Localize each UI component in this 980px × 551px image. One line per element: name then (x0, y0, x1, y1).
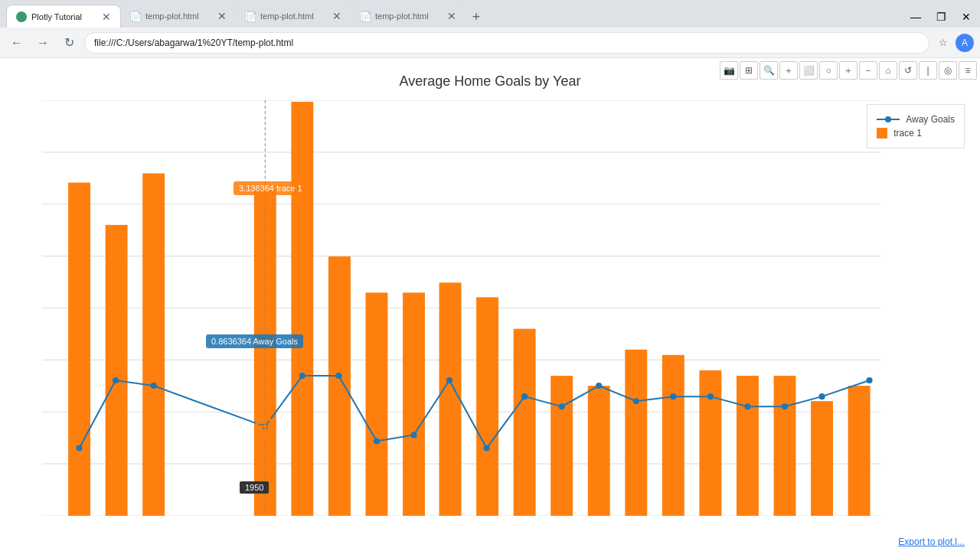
new-tab-button[interactable]: + (466, 6, 487, 28)
navigation-bar: ← → ↻ file:///C:/Users/abagarwa/1%20YT/t… (0, 28, 980, 58)
bar-1958[interactable] (328, 256, 351, 516)
bar-2006[interactable] (774, 376, 796, 516)
export-link[interactable]: Export to plot.l... (898, 534, 965, 548)
tooltip-away: 0.8636364 Away Goals (206, 334, 303, 348)
zoom-out-icon[interactable]: － (859, 61, 877, 80)
back-button[interactable]: ← (6, 32, 28, 54)
bar-2010[interactable] (811, 401, 833, 516)
chart-plot-area[interactable]: 0 0.5 1 1.5 2 2.5 3 3.5 4 1930 1940 1950… (42, 100, 880, 516)
crosshair-year-label: 1950 (240, 481, 269, 494)
tab-label: temp-plot.html (375, 11, 443, 21)
tab-close-icon[interactable]: ✕ (447, 10, 456, 22)
camera-icon[interactable]: 📷 (720, 61, 738, 80)
bar-1990[interactable] (625, 350, 647, 516)
svg-point-40 (633, 398, 639, 404)
tab-close-icon[interactable]: ✕ (217, 10, 227, 22)
tooltip-trace1-label: trace 1 (276, 184, 302, 193)
svg-point-36 (483, 445, 489, 451)
away-goals-line-icon (877, 119, 900, 120)
svg-point-45 (818, 393, 825, 399)
doc-favicon: 📄 (130, 11, 141, 21)
plotly-toolbar: 📷 ⊞ 🔍 ＋ ⬜ ○ ＋ － ⌂ ↺ | ◎ ≡ (720, 61, 977, 80)
doc-favicon: 📄 (360, 11, 371, 21)
plus-icon[interactable]: ＋ (779, 61, 798, 80)
tab-temp3[interactable]: 📄 temp-plot.html ✕ (351, 5, 466, 28)
legend-item-away[interactable]: Away Goals (877, 114, 955, 125)
svg-point-42 (707, 393, 714, 399)
autoscale-icon[interactable]: ⌂ (879, 61, 897, 80)
svg-point-41 (670, 393, 676, 399)
tab-temp2[interactable]: 📄 temp-plot.html ✕ (236, 5, 351, 28)
svg-point-39 (596, 383, 602, 389)
tab-close-icon[interactable]: ✕ (332, 10, 341, 22)
bar-1966[interactable] (403, 292, 425, 516)
select-box-icon[interactable]: ⬜ (799, 61, 818, 80)
bar-1938[interactable] (142, 174, 165, 516)
trace1-legend-label: trace 1 (893, 128, 922, 139)
tab-bar: Plotly Tutorial ✕ 📄 temp-plot.html ✕ 📄 t… (0, 0, 980, 28)
tab-label: Plotly Tutorial (31, 12, 97, 21)
toggle-spike-lines[interactable]: | (919, 61, 937, 80)
zoom-icon[interactable]: 🔍 (760, 61, 778, 80)
window-close-button[interactable]: ✕ (956, 9, 977, 24)
bar-1986[interactable] (588, 386, 610, 516)
svg-point-34 (410, 432, 416, 438)
tooltip-away-label: Away Goals (253, 337, 298, 346)
refresh-button[interactable]: ↻ (58, 32, 80, 54)
chart-container: 📷 ⊞ 🔍 ＋ ⬜ ○ ＋ － ⌂ ↺ | ◎ ≡ Average Home G… (0, 58, 980, 551)
svg-point-46 (866, 377, 872, 383)
bar-2014[interactable] (848, 386, 871, 516)
trace1-bar-icon (877, 128, 887, 139)
away-goals-legend-label: Away Goals (906, 114, 955, 125)
tooltip-trace1-value: 3.136364 (239, 184, 274, 193)
svg-point-44 (782, 403, 788, 409)
tab-plotly-tutorial[interactable]: Plotly Tutorial ✕ (6, 5, 121, 28)
svg-point-43 (744, 403, 750, 409)
browser-toolbar: ☆ A (934, 34, 974, 52)
plotly-favicon (16, 11, 27, 22)
bar-1970[interactable] (439, 282, 462, 516)
zoom-in-icon[interactable]: ＋ (839, 61, 858, 80)
window-maximize-button[interactable]: ❐ (930, 9, 952, 24)
chart-svg: 0 0.5 1 1.5 2 2.5 3 3.5 4 1930 1940 1950… (42, 100, 880, 516)
browser-chrome: Plotly Tutorial ✕ 📄 temp-plot.html ✕ 📄 t… (0, 0, 980, 58)
compare-data[interactable]: ≡ (959, 61, 977, 80)
svg-point-32 (335, 373, 341, 379)
export-label: Export to plot.l... (898, 536, 965, 547)
doc-favicon: 📄 (245, 11, 256, 21)
lasso-icon[interactable]: ○ (819, 61, 838, 80)
bar-1998[interactable] (699, 370, 721, 516)
bookmark-icon[interactable]: ☆ (934, 34, 952, 52)
svg-point-37 (521, 393, 528, 399)
tab-close-icon[interactable]: ✕ (102, 11, 111, 23)
bar-2002[interactable] (737, 376, 759, 516)
bar-1982[interactable] (550, 376, 573, 516)
legend-item-trace1[interactable]: trace 1 (877, 128, 955, 139)
svg-point-35 (446, 377, 452, 383)
bar-1962[interactable] (366, 292, 388, 516)
chart-legend: Away Goals trace 1 (867, 104, 965, 148)
svg-point-29 (151, 383, 157, 389)
svg-point-38 (559, 403, 565, 409)
tab-label: temp-plot.html (260, 11, 328, 21)
svg-point-33 (374, 438, 380, 444)
tooltip-away-value: 0.8636364 (211, 337, 251, 346)
profile-icon[interactable]: A (956, 34, 974, 52)
window-minimize-button[interactable]: — (904, 9, 927, 24)
reset-icon[interactable]: ↺ (899, 61, 917, 80)
bar-1994[interactable] (662, 355, 684, 516)
bar-1978[interactable] (514, 329, 536, 516)
forward-button[interactable]: → (32, 32, 54, 54)
tab-label: temp-plot.html (145, 11, 213, 21)
bar-1934[interactable] (106, 225, 128, 516)
zoom-box-icon[interactable]: ⊞ (740, 61, 758, 80)
address-bar[interactable]: file:///C:/Users/abagarwa/1%20YT/temp-pl… (84, 32, 929, 54)
bar-1974[interactable] (476, 297, 498, 516)
svg-point-27 (76, 445, 82, 451)
bar-1930[interactable] (68, 183, 90, 516)
url-text: file:///C:/Users/abagarwa/1%20YT/temp-pl… (94, 37, 293, 48)
tab-temp1[interactable]: 📄 temp-plot.html ✕ (121, 5, 236, 28)
show-closest[interactable]: ◎ (939, 61, 957, 80)
svg-point-28 (113, 377, 119, 383)
bar-1954[interactable] (291, 102, 313, 516)
